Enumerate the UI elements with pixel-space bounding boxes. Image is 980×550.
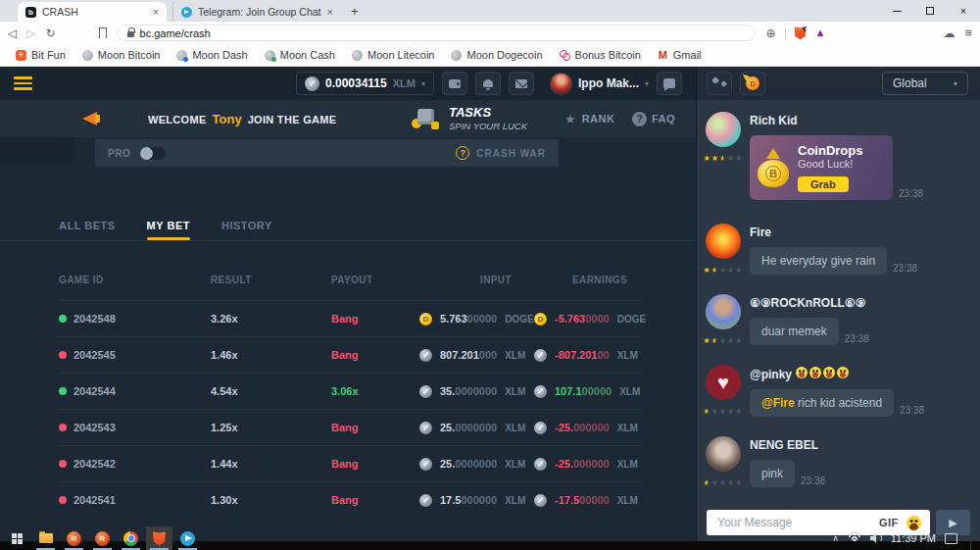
target-icon[interactable]: ⊕ xyxy=(765,26,775,40)
menu-hamburger-icon[interactable] xyxy=(14,76,32,90)
input-cell: 35.0000000XLM xyxy=(419,385,534,398)
fireball-icon: D xyxy=(746,76,760,90)
table-row: 2042545 1.46x Bang 807.201000XLM -807.20… xyxy=(59,336,642,373)
wifi-icon[interactable] xyxy=(848,533,861,543)
notifications-button[interactable] xyxy=(475,72,501,95)
crash-war-button[interactable]: ? CRASH WAR xyxy=(456,146,546,160)
forward-button[interactable]: ▷ xyxy=(26,27,35,39)
system-tray: ∧ 11:39 PM xyxy=(832,526,980,550)
money-bag-icon xyxy=(758,148,789,187)
timestamp: 23:38 xyxy=(900,405,924,417)
taskbar-brave[interactable] xyxy=(146,526,172,550)
profile-cloud-icon[interactable]: ☁ xyxy=(943,26,955,40)
input-cell: 5.76300000DOGE xyxy=(419,313,534,325)
taskbar-app-1[interactable]: R xyxy=(61,526,87,550)
reload-button[interactable]: ↻ xyxy=(45,27,55,39)
chat-username: ⑥⑨ROCKnROLL⑥⑨ xyxy=(750,296,970,310)
tab-close-icon[interactable]: × xyxy=(327,7,333,18)
chat-bubble: @Fire rich kid acistend xyxy=(750,389,894,417)
chat-message: ★★★★★★★★★★ @pinky @Fire rich kid acisten… xyxy=(705,365,970,417)
show-desktop-button[interactable] xyxy=(970,526,974,550)
clock[interactable]: 11:39 PM xyxy=(891,532,936,544)
game-id: 2042543 xyxy=(74,422,116,433)
taskbar-file-explorer[interactable] xyxy=(32,526,59,550)
url-text[interactable]: bc.game/crash xyxy=(140,27,211,39)
chevron-down-icon[interactable]: ▾ xyxy=(421,79,425,88)
table-row: 2042542 1.44x Bang 25.0000000XLM -25.000… xyxy=(59,445,642,481)
chat-header: D Global ▾ xyxy=(697,67,980,100)
maximize-button[interactable] xyxy=(913,0,947,22)
moon-dash-icon xyxy=(176,50,187,61)
close-button[interactable]: × xyxy=(947,0,980,22)
avatar xyxy=(550,73,572,95)
bookmark-moon-litecoin[interactable]: Moon Litecoin xyxy=(352,49,435,61)
faq-button[interactable]: ? FAQ xyxy=(632,112,675,126)
screen: b CRASH × Telegram: Join Group Chat × + … xyxy=(0,0,980,550)
grab-button[interactable]: Grab xyxy=(798,176,849,192)
chat-channel-select[interactable]: Global ▾ xyxy=(882,72,968,95)
tasks-button[interactable]: TASKS SPIN YOUR LUCK xyxy=(412,106,527,130)
minimize-button[interactable] xyxy=(880,0,913,22)
user-rating-stars: ★★★★★★★★★★ xyxy=(704,337,744,345)
bookmark-moon-cash[interactable]: Moon Cash xyxy=(265,49,335,61)
pro-toggle[interactable] xyxy=(140,147,166,160)
rain-button[interactable] xyxy=(707,72,732,95)
tab-history[interactable]: HISTORY xyxy=(221,210,272,240)
taskbar-telegram[interactable] xyxy=(174,526,201,550)
tab-close-icon[interactable]: × xyxy=(153,7,159,18)
tab-telegram[interactable]: Telegram: Join Group Chat × xyxy=(172,2,341,22)
tab-crash[interactable]: b CRASH × xyxy=(18,2,167,22)
notification-center-icon[interactable] xyxy=(945,533,957,544)
bookmark-moon-bitcoin[interactable]: Moon Bitcoin xyxy=(82,49,161,61)
timestamp: 23:38 xyxy=(893,263,917,275)
bookmark-moon-dash[interactable]: Moon Dash xyxy=(176,49,247,61)
chevron-down-icon: ▾ xyxy=(954,79,957,88)
bookmark-icon[interactable] xyxy=(99,27,107,38)
rank-button[interactable]: ★ RANK xyxy=(564,113,614,125)
wallet-button[interactable] xyxy=(442,72,467,95)
taskbar-app-2[interactable]: R xyxy=(89,526,116,550)
volume-icon[interactable] xyxy=(870,533,882,543)
bookmark-moon-dogecoin[interactable]: Moon Dogecoin xyxy=(451,49,542,61)
chat-sidebar: D Global ▾ ★★★★★★★★★★ Rich Kid xyxy=(696,67,980,541)
status-dot xyxy=(59,424,67,431)
bookmark-bonus-bitcoin[interactable]: Bonus Bitcoin xyxy=(560,49,641,61)
bookmark-bit-fun[interactable]: +Bit Fun xyxy=(16,49,66,61)
balance-currency: XLM xyxy=(393,77,416,89)
table-row: 2042541 1.30x Bang 17.5000000XLM -17.500… xyxy=(59,481,642,518)
app-r-icon: R xyxy=(67,531,81,546)
bookmark-gmail[interactable]: MGmail xyxy=(658,49,702,61)
chrome-icon xyxy=(123,531,138,546)
bets-tabs: ALL BETS MY BET HISTORY xyxy=(0,210,696,241)
tab-my-bet[interactable]: MY BET xyxy=(147,210,190,240)
tray-expand-icon[interactable]: ∧ xyxy=(832,533,839,543)
result-value: 1.44x xyxy=(211,458,331,470)
emoji-icons xyxy=(794,367,849,381)
tab-all-bets[interactable]: ALL BETS xyxy=(59,210,116,240)
question-icon: ? xyxy=(456,146,469,160)
divider xyxy=(785,27,786,39)
user-menu[interactable]: Ippo Mak... ▾ xyxy=(550,73,649,95)
taskbar-chrome[interactable] xyxy=(118,526,144,550)
main-area: 0.00034115 XLM ▾ Ippo Mak... ▾ xyxy=(0,67,696,541)
telegram-favicon xyxy=(181,7,192,18)
brave-shield-icon[interactable]: 1 xyxy=(795,26,807,40)
new-tab-button[interactable]: + xyxy=(351,4,359,22)
payout-value: 3.06x xyxy=(331,385,359,397)
messages-button[interactable] xyxy=(509,72,534,95)
address-bar[interactable]: bc.game/crash xyxy=(117,25,757,41)
balance-display[interactable]: 0.00034115 XLM ▾ xyxy=(296,72,434,95)
chat-toggle-button[interactable] xyxy=(657,72,682,95)
timestamp: 23:38 xyxy=(899,188,923,200)
extension-triangle-icon[interactable]: ▲ xyxy=(815,27,826,38)
chat-message: ★★★★★★★★★★ Fire He everyday give rain 23… xyxy=(705,224,970,275)
xlm-coin-icon xyxy=(305,76,319,91)
start-button[interactable] xyxy=(4,526,30,550)
chat-username: Rich Kid xyxy=(750,114,970,127)
browser-menu-icon[interactable]: ≡ xyxy=(964,25,972,40)
telegram-icon xyxy=(180,531,195,546)
coindrop-fire-button[interactable]: D xyxy=(740,72,765,95)
back-button[interactable]: ◁ xyxy=(8,27,17,39)
welcome-banner: WELCOME Tony JOIN THE GAME TASKS SPIN YO… xyxy=(0,100,696,137)
payout-value: Bang xyxy=(331,422,359,433)
